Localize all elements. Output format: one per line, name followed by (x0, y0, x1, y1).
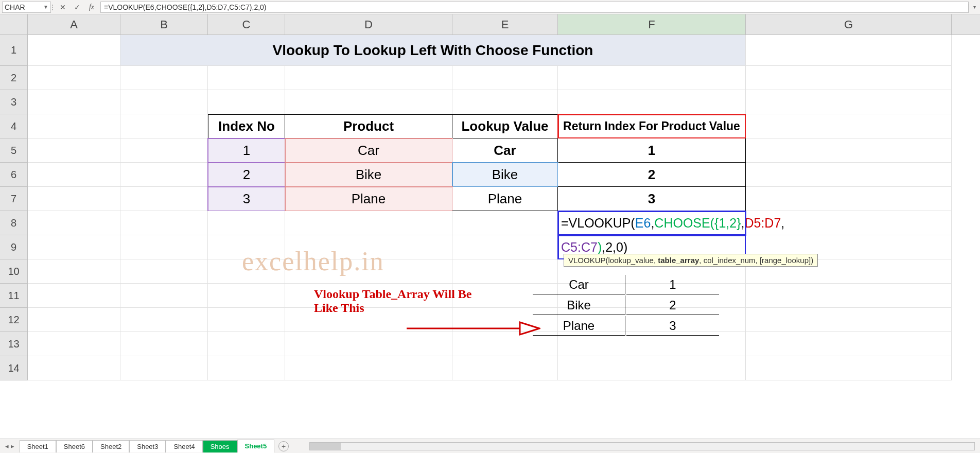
add-sheet-button[interactable]: + (278, 441, 289, 451)
fx-icon[interactable]: fx (87, 3, 96, 11)
cell[interactable] (120, 356, 208, 380)
cell[interactable] (746, 138, 952, 163)
cell-C6[interactable]: 2 (208, 163, 285, 187)
cell[interactable] (208, 90, 285, 114)
row-header-2[interactable]: 2 (0, 66, 28, 90)
cell[interactable] (28, 163, 120, 187)
cell-C5[interactable]: 1 (208, 138, 285, 163)
row-header-10[interactable]: 10 (0, 259, 28, 284)
cell-D6[interactable]: Bike (285, 163, 452, 187)
cell[interactable] (28, 138, 120, 163)
cell[interactable] (746, 356, 952, 380)
cell[interactable] (746, 308, 952, 332)
row-header-7[interactable]: 7 (0, 187, 28, 211)
row-header-8[interactable]: 8 (0, 211, 28, 235)
sheet-tab[interactable]: Sheet4 (166, 440, 202, 452)
row-header-3[interactable]: 3 (0, 90, 28, 114)
horizontal-scrollbar[interactable] (289, 442, 980, 450)
cell[interactable] (285, 90, 452, 114)
th-lookup[interactable]: Lookup Value (452, 114, 558, 138)
cell[interactable] (120, 259, 208, 284)
row-header-14[interactable]: 14 (0, 356, 28, 380)
cell[interactable] (120, 284, 208, 308)
sheet-tab[interactable]: Sheet2 (93, 440, 129, 452)
cell-F6[interactable]: 2 (558, 163, 746, 187)
cell[interactable] (208, 235, 285, 259)
col-header-E[interactable]: E (452, 14, 558, 34)
cell[interactable] (28, 187, 120, 211)
sheet-tab[interactable]: Shoes (203, 440, 237, 452)
cell-G1[interactable] (746, 35, 952, 66)
sheet-tab-active[interactable]: Sheet5 (237, 440, 275, 453)
sheet-tab[interactable]: Sheet1 (20, 440, 56, 452)
chevron-down-icon[interactable]: ▼ (43, 4, 48, 10)
cell[interactable] (285, 211, 452, 235)
row-header-12[interactable]: 12 (0, 308, 28, 332)
row-header-5[interactable]: 5 (0, 138, 28, 163)
row-header-13[interactable]: 13 (0, 332, 28, 356)
cell[interactable] (120, 66, 208, 90)
cell[interactable] (208, 332, 285, 356)
cell-F7[interactable]: 3 (558, 187, 746, 211)
cell[interactable] (285, 356, 452, 380)
col-header-F[interactable]: F (558, 14, 746, 34)
cell[interactable] (452, 211, 558, 235)
name-box[interactable]: CHAR ▼ (2, 2, 51, 13)
col-header-B[interactable]: B (120, 14, 208, 34)
cell[interactable] (28, 114, 120, 138)
scrollbar-thumb[interactable] (310, 443, 341, 450)
row-header-1[interactable]: 1 (0, 35, 28, 66)
cell[interactable] (28, 235, 120, 259)
enter-icon[interactable]: ✓ (73, 3, 82, 11)
cell-D5[interactable]: Car (285, 138, 452, 163)
col-header-G[interactable]: G (746, 14, 952, 34)
cell[interactable] (28, 332, 120, 356)
sheet-tab[interactable]: Sheet3 (129, 440, 166, 452)
title-cell[interactable]: Vlookup To Lookup Left With Choose Funct… (120, 35, 746, 66)
formula-input[interactable]: =VLOOKUP(E6,CHOOSE({1,2},D5:D7,C5:C7),2,… (100, 2, 969, 13)
cell[interactable] (452, 235, 558, 259)
cell[interactable] (120, 211, 208, 235)
cell[interactable] (208, 308, 285, 332)
cell[interactable] (120, 90, 208, 114)
cell[interactable] (208, 211, 285, 235)
cell-D7[interactable]: Plane (285, 187, 452, 211)
col-header-A[interactable]: A (28, 14, 120, 34)
th-product[interactable]: Product (285, 114, 452, 138)
row-header-11[interactable]: 11 (0, 284, 28, 308)
cell[interactable] (746, 187, 952, 211)
cell-E6[interactable]: Bike (452, 163, 558, 187)
cell[interactable] (28, 211, 120, 235)
cell-A1[interactable] (28, 35, 120, 66)
col-header-D[interactable]: D (285, 14, 452, 34)
tab-nav-arrows[interactable]: ◂ ▸ (0, 442, 20, 450)
cell[interactable] (120, 187, 208, 211)
cancel-icon[interactable]: ✕ (58, 3, 67, 11)
row-header-4[interactable]: 4 (0, 114, 28, 138)
cell[interactable] (120, 308, 208, 332)
cell[interactable] (28, 284, 120, 308)
col-header-C[interactable]: C (208, 14, 285, 34)
expand-formula-bar-icon[interactable]: ▾ (969, 4, 980, 10)
cell-E5[interactable]: Car (452, 138, 558, 163)
cell[interactable] (285, 235, 452, 259)
cell[interactable] (28, 90, 120, 114)
cell[interactable] (208, 356, 285, 380)
cell[interactable] (120, 114, 208, 138)
cell[interactable] (285, 66, 452, 90)
cell[interactable] (746, 284, 952, 308)
cell[interactable] (28, 66, 120, 90)
cell[interactable] (452, 66, 558, 90)
sheet-tab[interactable]: Sheet6 (56, 440, 93, 452)
cell[interactable] (558, 66, 746, 90)
cell[interactable] (120, 163, 208, 187)
cell[interactable] (28, 356, 120, 380)
cell[interactable] (558, 90, 746, 114)
cell[interactable] (746, 66, 952, 90)
cell[interactable] (285, 259, 452, 284)
th-index[interactable]: Index No (208, 114, 285, 138)
cell[interactable] (746, 332, 952, 356)
th-return[interactable]: Return Index For Product Value (558, 114, 746, 138)
cell-F5[interactable]: 1 (558, 138, 746, 163)
cell[interactable] (452, 90, 558, 114)
